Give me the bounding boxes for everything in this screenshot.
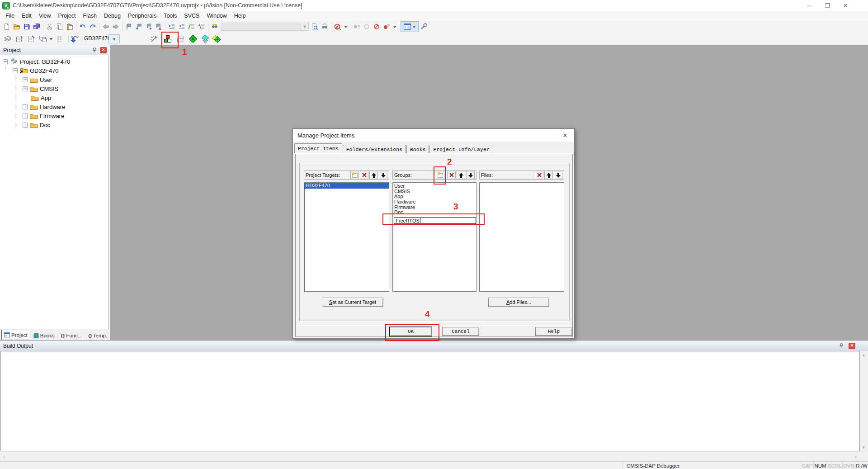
enable-disable-breakpoint-icon[interactable] (362, 22, 372, 32)
build-output-hscrollbar[interactable]: ‹ › (0, 452, 868, 461)
build-output-content[interactable] (0, 351, 860, 451)
expand-icon[interactable] (23, 104, 28, 109)
build-output-close-icon[interactable]: ✕ (849, 343, 855, 349)
find-text-box[interactable]: ▼ (221, 23, 309, 31)
cut-icon[interactable] (45, 22, 55, 32)
move-target-down-icon[interactable] (379, 171, 387, 179)
tree-item-project-root[interactable]: Project: GD32F470 (3, 57, 70, 66)
tree-item-group[interactable]: Hardware (23, 102, 65, 111)
tree-item-label[interactable]: CMSIS (40, 85, 58, 92)
expand-icon[interactable] (23, 123, 28, 128)
help-button[interactable]: Help (535, 327, 572, 336)
delete-group-icon[interactable] (447, 171, 456, 179)
tree-item-group[interactable]: Doc (23, 120, 50, 129)
group-list-item[interactable]: Hardware (393, 199, 476, 205)
save-icon[interactable] (22, 22, 32, 32)
tree-item-group[interactable]: Firmware (23, 111, 64, 120)
tree-item-group[interactable]: App (28, 93, 51, 102)
menu-file[interactable]: File (2, 11, 18, 21)
pin-icon[interactable] (839, 343, 844, 349)
move-target-up-icon[interactable] (369, 171, 378, 179)
set-as-current-target-button[interactable]: Set as Current Target (322, 298, 383, 307)
project-panel-close-icon[interactable]: ✕ (100, 47, 107, 53)
navigate-forward-icon[interactable] (111, 22, 121, 32)
tree-item-label[interactable]: User (40, 76, 52, 83)
find-in-files-icon[interactable] (210, 22, 220, 32)
uncomment-icon[interactable] (197, 22, 207, 32)
menu-help[interactable]: Help (231, 11, 250, 21)
delete-file-icon[interactable] (535, 171, 543, 179)
copy-icon[interactable] (55, 22, 65, 32)
tree-item-label[interactable]: GD32F470 (30, 67, 59, 74)
window-layout-icon[interactable] (401, 21, 419, 32)
batch-build-icon[interactable] (38, 34, 48, 44)
tab-project[interactable]: Project (1, 330, 30, 340)
tab-project-items[interactable]: Project Items (294, 143, 342, 153)
close-button[interactable]: ✕ (836, 0, 854, 11)
scroll-down-icon[interactable]: ▼ (860, 444, 868, 451)
manage-run-time-environment-icon[interactable] (212, 34, 222, 44)
new-target-icon[interactable] (350, 171, 359, 179)
bookmark-previous-icon[interactable] (134, 22, 144, 32)
select-software-packs-icon[interactable] (188, 34, 198, 44)
tree-item-group[interactable]: CMSIS (23, 84, 58, 93)
navigate-back-icon[interactable] (101, 22, 111, 32)
tree-item-group[interactable]: User (23, 75, 52, 84)
files-list[interactable] (479, 182, 564, 292)
expand-icon[interactable] (23, 114, 28, 118)
tab-books[interactable]: Books (406, 145, 429, 153)
menu-peripherals[interactable]: Peripherals (124, 11, 160, 21)
tree-item-target[interactable]: GD32F470 (13, 66, 59, 75)
collapse-icon[interactable] (13, 68, 18, 73)
bookmark-clear-all-icon[interactable] (154, 22, 164, 32)
dialog-close-icon[interactable]: ✕ (556, 129, 574, 142)
move-file-up-icon[interactable] (544, 171, 553, 179)
add-files-button[interactable]: Add Files... (488, 298, 549, 307)
translate-icon[interactable] (3, 34, 13, 44)
menu-debug[interactable]: Debug (100, 11, 124, 21)
batch-build-dropdown-icon[interactable] (48, 34, 54, 44)
target-selector-dropdown-icon[interactable]: ▼ (108, 34, 120, 43)
paste-icon[interactable] (65, 22, 75, 32)
build-output-vscrollbar[interactable]: ▲ ▼ (860, 351, 868, 451)
bookmark-toggle-icon[interactable] (124, 22, 134, 32)
tree-item-label[interactable]: Firmware (40, 113, 64, 119)
find-text-dropdown-icon[interactable]: ▼ (301, 23, 308, 30)
collapse-icon[interactable] (3, 59, 8, 64)
menu-window[interactable]: Window (203, 11, 230, 21)
cancel-button[interactable]: Cancel (442, 327, 479, 336)
open-folder-icon[interactable] (12, 22, 22, 32)
indent-icon[interactable] (167, 22, 177, 32)
pack-installer-icon[interactable] (200, 34, 210, 44)
restore-button[interactable]: ❐ (818, 0, 836, 11)
new-file-icon[interactable] (2, 22, 12, 32)
tab-functions[interactable]: {} Func... (58, 331, 85, 340)
pin-icon[interactable] (92, 47, 97, 53)
outdent-icon[interactable] (177, 22, 187, 32)
minimize-button[interactable]: ─ (800, 0, 818, 11)
move-group-up-icon[interactable] (457, 171, 465, 179)
save-all-icon[interactable] (32, 22, 42, 32)
options-for-target-icon[interactable] (149, 34, 159, 44)
menu-edit[interactable]: Edit (18, 11, 35, 21)
breakpoints-dropdown-icon[interactable] (392, 22, 397, 32)
find-icon[interactable] (320, 22, 330, 32)
menu-tools[interactable]: Tools (160, 11, 180, 21)
menu-flash[interactable]: Flash (79, 11, 100, 21)
target-selector-value[interactable]: GD32F470 (84, 35, 111, 42)
insert-breakpoint-icon[interactable] (352, 22, 362, 32)
group-list-item[interactable]: CMSIS (393, 189, 476, 194)
redo-icon[interactable] (88, 22, 98, 32)
tab-project-info-layer[interactable]: Project Info/Layer (429, 145, 493, 153)
build-icon[interactable] (14, 34, 24, 44)
tree-item-label[interactable]: Hardware (40, 104, 65, 110)
rebuild-icon[interactable] (26, 34, 36, 44)
expand-icon[interactable] (23, 77, 28, 82)
menu-svcs[interactable]: SVCS (180, 11, 203, 21)
kill-all-breakpoints-icon[interactable] (372, 22, 382, 32)
groups-list[interactable]: User CMSIS App Hardware Firmware Doc (392, 182, 476, 292)
bookmark-next-icon[interactable] (144, 22, 154, 32)
undo-icon[interactable] (78, 22, 88, 32)
comment-icon[interactable] (187, 22, 197, 32)
tab-folders-extensions[interactable]: Folders/Extensions (343, 145, 406, 153)
